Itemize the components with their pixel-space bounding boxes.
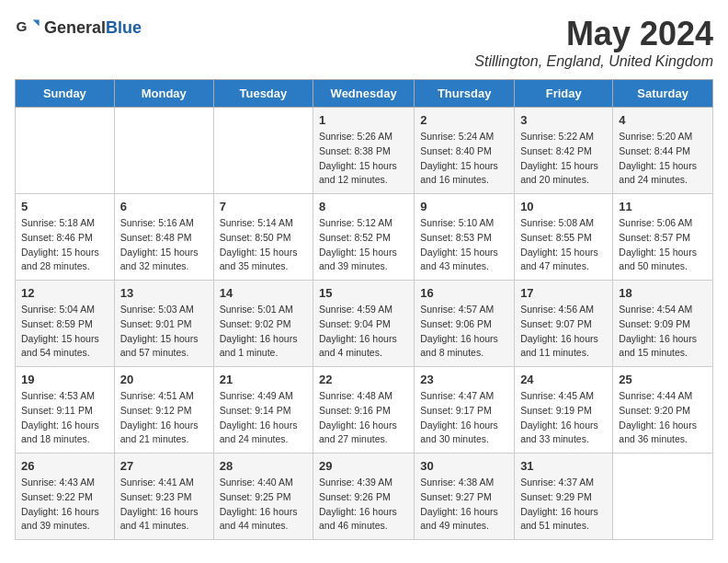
day-info: Sunrise: 5:26 AM Sunset: 8:38 PM Dayligh… — [319, 130, 408, 188]
day-number: 13 — [120, 286, 208, 300]
day-info: Sunrise: 4:37 AM Sunset: 9:29 PM Dayligh… — [520, 476, 607, 534]
day-cell — [16, 108, 115, 194]
day-cell — [213, 108, 313, 194]
day-number: 8 — [319, 200, 408, 213]
day-number: 4 — [619, 113, 707, 127]
weekday-header-saturday: Saturday — [613, 80, 713, 108]
day-info: Sunrise: 4:59 AM Sunset: 9:04 PM Dayligh… — [319, 303, 408, 361]
day-cell: 25Sunrise: 4:44 AM Sunset: 9:20 PM Dayli… — [613, 367, 713, 454]
day-number: 24 — [520, 373, 607, 386]
week-row-3: 12Sunrise: 5:04 AM Sunset: 8:59 PM Dayli… — [16, 281, 713, 367]
title-area: May 2024 Stillington, England, United Ki… — [474, 15, 713, 70]
day-cell: 22Sunrise: 4:48 AM Sunset: 9:16 PM Dayli… — [313, 367, 415, 454]
day-number: 6 — [120, 200, 208, 213]
day-info: Sunrise: 5:10 AM Sunset: 8:53 PM Dayligh… — [420, 216, 508, 274]
day-cell: 31Sunrise: 4:37 AM Sunset: 9:29 PM Dayli… — [515, 454, 613, 540]
day-number: 7 — [220, 200, 307, 213]
weekday-header-row: SundayMondayTuesdayWednesdayThursdayFrid… — [16, 80, 713, 108]
day-info: Sunrise: 5:03 AM Sunset: 9:01 PM Dayligh… — [120, 303, 208, 361]
day-cell: 10Sunrise: 5:08 AM Sunset: 8:55 PM Dayli… — [515, 194, 613, 281]
day-info: Sunrise: 4:39 AM Sunset: 9:26 PM Dayligh… — [319, 476, 408, 534]
day-cell: 26Sunrise: 4:43 AM Sunset: 9:22 PM Dayli… — [16, 454, 115, 540]
day-info: Sunrise: 4:54 AM Sunset: 9:09 PM Dayligh… — [619, 303, 707, 361]
day-info: Sunrise: 4:45 AM Sunset: 9:19 PM Dayligh… — [520, 389, 607, 447]
day-cell: 2Sunrise: 5:24 AM Sunset: 8:40 PM Daylig… — [415, 108, 515, 194]
week-row-2: 5Sunrise: 5:18 AM Sunset: 8:46 PM Daylig… — [16, 194, 713, 281]
day-number: 21 — [220, 373, 307, 386]
day-number: 11 — [619, 200, 707, 213]
day-number: 27 — [120, 459, 208, 473]
day-cell: 29Sunrise: 4:39 AM Sunset: 9:26 PM Dayli… — [313, 454, 415, 540]
day-info: Sunrise: 5:06 AM Sunset: 8:57 PM Dayligh… — [619, 216, 707, 274]
day-info: Sunrise: 4:56 AM Sunset: 9:07 PM Dayligh… — [520, 303, 607, 361]
day-cell: 13Sunrise: 5:03 AM Sunset: 9:01 PM Dayli… — [114, 281, 213, 367]
svg-marker-1 — [33, 20, 40, 27]
day-cell: 11Sunrise: 5:06 AM Sunset: 8:57 PM Dayli… — [613, 194, 713, 281]
day-number: 15 — [319, 286, 408, 300]
day-number: 3 — [520, 113, 607, 127]
day-cell: 16Sunrise: 4:57 AM Sunset: 9:06 PM Dayli… — [415, 281, 515, 367]
day-info: Sunrise: 4:41 AM Sunset: 9:23 PM Dayligh… — [120, 476, 208, 534]
day-info: Sunrise: 4:53 AM Sunset: 9:11 PM Dayligh… — [21, 389, 108, 447]
day-cell: 8Sunrise: 5:12 AM Sunset: 8:52 PM Daylig… — [313, 194, 415, 281]
weekday-header-thursday: Thursday — [415, 80, 515, 108]
day-info: Sunrise: 5:01 AM Sunset: 9:02 PM Dayligh… — [220, 303, 307, 361]
day-info: Sunrise: 4:43 AM Sunset: 9:22 PM Dayligh… — [21, 476, 108, 534]
day-info: Sunrise: 5:16 AM Sunset: 8:48 PM Dayligh… — [120, 216, 208, 274]
day-info: Sunrise: 5:12 AM Sunset: 8:52 PM Dayligh… — [319, 216, 408, 274]
weekday-header-friday: Friday — [515, 80, 613, 108]
weekday-header-wednesday: Wednesday — [313, 80, 415, 108]
weekday-header-tuesday: Tuesday — [213, 80, 313, 108]
svg-text:G: G — [16, 18, 27, 34]
day-cell: 20Sunrise: 4:51 AM Sunset: 9:12 PM Dayli… — [114, 367, 213, 454]
day-cell: 21Sunrise: 4:49 AM Sunset: 9:14 PM Dayli… — [213, 367, 313, 454]
day-number: 2 — [420, 113, 508, 127]
day-number: 5 — [21, 200, 108, 213]
day-number: 28 — [220, 459, 307, 473]
day-info: Sunrise: 5:20 AM Sunset: 8:44 PM Dayligh… — [619, 130, 707, 188]
day-info: Sunrise: 4:44 AM Sunset: 9:20 PM Dayligh… — [619, 389, 707, 447]
day-number: 9 — [420, 200, 508, 213]
day-cell: 3Sunrise: 5:22 AM Sunset: 8:42 PM Daylig… — [515, 108, 613, 194]
day-cell: 27Sunrise: 4:41 AM Sunset: 9:23 PM Dayli… — [114, 454, 213, 540]
day-cell: 12Sunrise: 5:04 AM Sunset: 8:59 PM Dayli… — [16, 281, 115, 367]
day-number: 10 — [520, 200, 607, 213]
logo: G GeneralBlue — [15, 15, 142, 40]
day-cell: 28Sunrise: 4:40 AM Sunset: 9:25 PM Dayli… — [213, 454, 313, 540]
day-cell: 7Sunrise: 5:14 AM Sunset: 8:50 PM Daylig… — [213, 194, 313, 281]
week-row-5: 26Sunrise: 4:43 AM Sunset: 9:22 PM Dayli… — [16, 454, 713, 540]
calendar-table: SundayMondayTuesdayWednesdayThursdayFrid… — [15, 79, 713, 540]
day-number: 12 — [21, 286, 108, 300]
location-text: Stillington, England, United Kingdom — [474, 53, 713, 70]
day-number: 20 — [120, 373, 208, 386]
month-title: May 2024 — [474, 15, 713, 53]
day-number: 23 — [420, 373, 508, 386]
day-info: Sunrise: 4:47 AM Sunset: 9:17 PM Dayligh… — [420, 389, 508, 447]
day-cell: 24Sunrise: 4:45 AM Sunset: 9:19 PM Dayli… — [515, 367, 613, 454]
logo-blue-text: Blue — [106, 18, 142, 37]
weekday-header-monday: Monday — [114, 80, 213, 108]
day-number: 19 — [21, 373, 108, 386]
day-cell: 4Sunrise: 5:20 AM Sunset: 8:44 PM Daylig… — [613, 108, 713, 194]
page-header: G GeneralBlue May 2024 Stillington, Engl… — [15, 15, 713, 70]
day-number: 18 — [619, 286, 707, 300]
day-number: 1 — [319, 113, 408, 127]
day-info: Sunrise: 5:14 AM Sunset: 8:50 PM Dayligh… — [220, 216, 307, 274]
day-number: 26 — [21, 459, 108, 473]
day-cell: 6Sunrise: 5:16 AM Sunset: 8:48 PM Daylig… — [114, 194, 213, 281]
day-number: 14 — [220, 286, 307, 300]
logo-general-text: General — [44, 18, 106, 37]
day-number: 29 — [319, 459, 408, 473]
day-cell — [114, 108, 213, 194]
day-cell: 14Sunrise: 5:01 AM Sunset: 9:02 PM Dayli… — [213, 281, 313, 367]
day-info: Sunrise: 4:57 AM Sunset: 9:06 PM Dayligh… — [420, 303, 508, 361]
day-info: Sunrise: 4:51 AM Sunset: 9:12 PM Dayligh… — [120, 389, 208, 447]
day-cell: 19Sunrise: 4:53 AM Sunset: 9:11 PM Dayli… — [16, 367, 115, 454]
day-cell: 23Sunrise: 4:47 AM Sunset: 9:17 PM Dayli… — [415, 367, 515, 454]
day-number: 22 — [319, 373, 408, 386]
day-info: Sunrise: 4:38 AM Sunset: 9:27 PM Dayligh… — [420, 476, 508, 534]
day-cell — [613, 454, 713, 540]
day-info: Sunrise: 5:18 AM Sunset: 8:46 PM Dayligh… — [21, 216, 108, 274]
day-number: 31 — [520, 459, 607, 473]
week-row-1: 1Sunrise: 5:26 AM Sunset: 8:38 PM Daylig… — [16, 108, 713, 194]
